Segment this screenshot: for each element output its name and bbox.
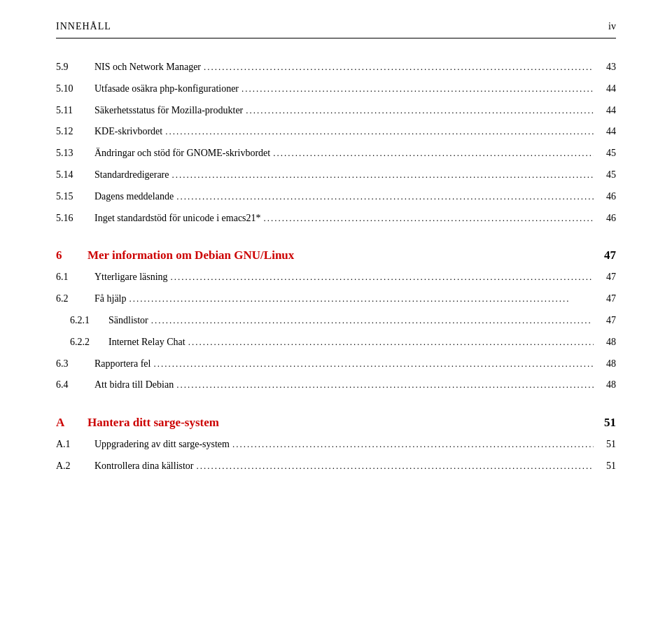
toc-entry-label: KDE-skrivbordet: [94, 124, 162, 139]
toc-entry-page: 51: [596, 437, 616, 452]
list-item: A.2Kontrollera dina källistor...........…: [56, 458, 616, 477]
toc-entry-dots: ........................................…: [197, 459, 594, 475]
toc-entry-page: 43: [596, 59, 616, 75]
chapter6-page: 47: [604, 248, 616, 262]
list-item: 6.4Att bidra till Debian................…: [56, 377, 616, 396]
list-item: 6.2Få hjälp.............................…: [56, 291, 616, 310]
toc-entry-page: 44: [596, 124, 616, 139]
list-item: 5.10Utfasade osäkra php-konfigurationer.…: [56, 81, 616, 100]
chapter6-number: 6: [56, 248, 88, 262]
toc-entry-number: 5.13: [56, 146, 94, 161]
toc-entry-page: 46: [596, 211, 616, 226]
toc-entry-number: 5.16: [56, 211, 94, 226]
toc-entry-page: 47: [596, 313, 616, 328]
toc-entry-page: 47: [596, 269, 616, 285]
list-item: 6.1Ytterligare läsning..................…: [56, 269, 616, 288]
toc-entry-number: 5.14: [56, 167, 94, 183]
appendixA-title: Hantera ditt sarge-system: [88, 416, 219, 430]
appendixA-number: A: [56, 416, 88, 430]
toc-entry-page: 44: [596, 103, 616, 118]
toc-entry-label: Utfasade osäkra php-konfigurationer: [94, 81, 239, 97]
list-item: 5.13Ändringar och stöd för GNOME-skrivbo…: [56, 146, 616, 164]
toc-entry-dots: ........................................…: [176, 378, 594, 394]
list-item: 5.11Säkerhetsstatus för Mozilla-produkte…: [56, 103, 616, 122]
list-item: 5.14Standardredigerare..................…: [56, 167, 616, 186]
toc-entry-dots: ........................................…: [176, 190, 594, 206]
page-header: INNEHÅLL iv: [56, 21, 616, 38]
toc-entry-dots: ........................................…: [273, 146, 594, 162]
header-title: INNEHÅLL: [56, 21, 111, 32]
toc-entry-number: 6.4: [56, 377, 94, 393]
toc-entry-dots: ........................................…: [172, 168, 594, 184]
list-item: 5.9NIS och Network Manager..............…: [56, 59, 616, 78]
toc-entry-dots: ........................................…: [165, 125, 594, 141]
toc-entry-page: 45: [596, 146, 616, 161]
toc-entry-page: 51: [596, 458, 616, 474]
chapter6-header: 6 Mer information om Debian GNU/Linux 47: [56, 248, 616, 262]
section5-toc: 5.9NIS och Network Manager..............…: [56, 59, 616, 229]
toc-entry-page: 44: [596, 81, 616, 97]
page-container: INNEHÅLL iv 5.9NIS och Network Manager..…: [0, 0, 672, 508]
toc-entry-label: Att bidra till Debian: [94, 377, 174, 393]
toc-entry-dots: ........................................…: [241, 82, 594, 98]
toc-entry-page: 47: [596, 291, 616, 307]
toc-entry-dots: ........................................…: [171, 270, 594, 286]
toc-entry-dots: ........................................…: [188, 335, 594, 351]
list-item: A.1Uppgradering av ditt sarge-system....…: [56, 437, 616, 456]
toc-entry-label: Kontrollera dina källistor: [94, 458, 194, 474]
toc-entry-number: A.1: [56, 437, 94, 452]
toc-entry-number: 5.10: [56, 81, 94, 97]
header-page-number: iv: [608, 21, 616, 32]
toc-entry-page: 48: [596, 356, 616, 372]
toc-entry-page: 48: [596, 377, 616, 393]
toc-entry-label: Dagens meddelande: [94, 189, 174, 204]
toc-entry-number: 6.2.1: [56, 313, 108, 328]
toc-entry-number: 6.3: [56, 356, 94, 372]
list-item: 6.2.1Sändlistor.........................…: [56, 313, 616, 332]
toc-entry-label: Säkerhetsstatus för Mozilla-produkter: [94, 103, 243, 118]
toc-entry-label: Få hjälp: [94, 291, 127, 307]
list-item: 5.12KDE-skrivbordet.....................…: [56, 124, 616, 143]
list-item: 5.15Dagens meddelande...................…: [56, 189, 616, 208]
list-item: 6.3Rapportera fel.......................…: [56, 356, 616, 375]
toc-entry-number: 6.2: [56, 291, 94, 307]
toc-entry-number: 6.1: [56, 269, 94, 285]
toc-entry-page: 45: [596, 167, 616, 183]
toc-entry-dots: ........................................…: [151, 314, 594, 330]
toc-entry-dots: ........................................…: [130, 292, 594, 308]
appendixA-toc: A.1Uppgradering av ditt sarge-system....…: [56, 437, 616, 477]
toc-entry-dots: ........................................…: [232, 437, 594, 454]
toc-entry-number: 5.12: [56, 124, 94, 139]
toc-entry-page: 48: [596, 335, 616, 350]
toc-entry-label: Ändringar och stöd för GNOME-skrivbordet: [94, 146, 270, 161]
toc-entry-label: Rapportera fel: [94, 356, 150, 372]
toc-entry-dots: ........................................…: [153, 357, 594, 373]
toc-entry-label: Uppgradering av ditt sarge-system: [94, 437, 230, 452]
toc-entry-number: 6.2.2: [56, 335, 108, 350]
list-item: 6.2.2Internet Relay Chat................…: [56, 335, 616, 353]
toc-entry-label: Sändlistor: [108, 313, 148, 328]
toc-entry-number: 5.15: [56, 189, 94, 204]
list-item: 5.16Inget standardstöd för unicode i ema…: [56, 211, 616, 230]
chapter6-title: Mer information om Debian GNU/Linux: [88, 248, 294, 262]
toc-entry-number: 5.9: [56, 59, 94, 75]
appendixA-page: 51: [604, 416, 616, 430]
toc-entry-label: NIS och Network Manager: [94, 59, 201, 75]
toc-entry-number: A.2: [56, 458, 94, 474]
toc-entry-number: 5.11: [56, 103, 94, 118]
toc-entry-label: Standardredigerare: [94, 167, 169, 183]
toc-entry-label: Internet Relay Chat: [108, 335, 186, 350]
toc-entry-page: 46: [596, 189, 616, 204]
toc-entry-dots: ........................................…: [204, 60, 594, 76]
chapter6-toc: 6.1Ytterligare läsning..................…: [56, 269, 616, 396]
toc-entry-label: Inget standardstöd för unicode i emacs21…: [94, 211, 261, 226]
toc-entry-dots: ........................................…: [264, 211, 594, 227]
toc-entry-label: Ytterligare läsning: [94, 269, 168, 285]
toc-entry-dots: ........................................…: [246, 104, 594, 120]
appendixA-header: A Hantera ditt sarge-system 51: [56, 416, 616, 430]
